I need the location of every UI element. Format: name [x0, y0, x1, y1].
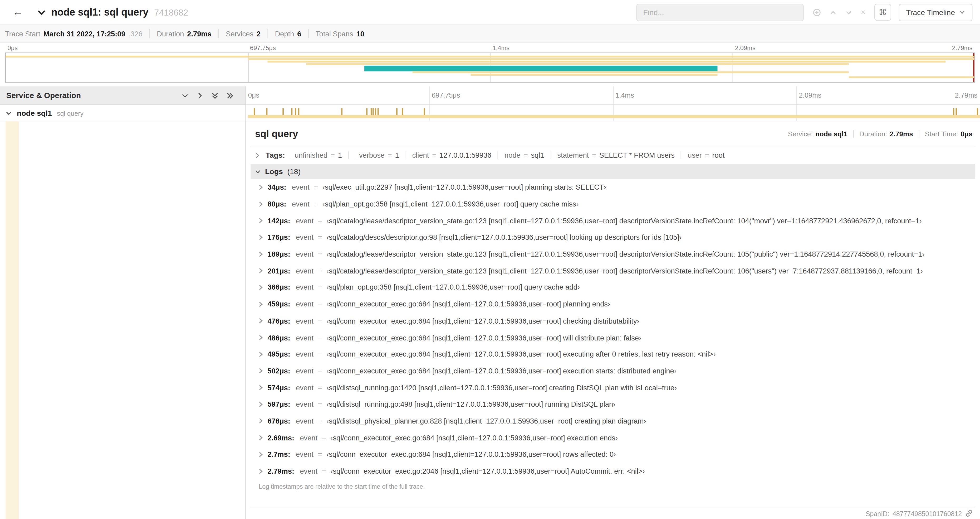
tag-item: user = root: [688, 152, 731, 159]
summary-value: March 31 2022, 17:25:09: [43, 30, 126, 37]
log-event-key: event: [300, 467, 317, 475]
log-event-key: event: [296, 217, 313, 224]
log-row[interactable]: 678μs: event = ‹sql/distsql_physical_pla…: [251, 413, 975, 430]
log-event-key: event: [296, 267, 313, 274]
chevron-right-icon: [259, 385, 263, 390]
expand-all-button[interactable]: [226, 92, 234, 99]
minimap-span-bar: [6, 55, 974, 57]
meta-service-value: node sql1: [815, 130, 848, 137]
prev-match-button[interactable]: [830, 8, 837, 16]
tag-item: statement = SELECT * FROM users: [557, 152, 681, 159]
log-row[interactable]: 201μs: event = ‹sql/catalog/lease/descri…: [251, 262, 975, 279]
span-id-label: SpanID:: [865, 509, 889, 517]
span-duration-bar[interactable]: [248, 115, 980, 118]
equals-sign: =: [318, 451, 322, 458]
span-detail-header: sql query Service: node sql1 Duration: 2…: [251, 121, 975, 146]
log-timestamp: 189μs:: [267, 250, 290, 258]
log-event-key: event: [296, 300, 313, 308]
chevron-right-icon: [259, 402, 263, 407]
span-bar-track[interactable]: [245, 105, 980, 121]
log-tick-marker: [423, 108, 425, 115]
log-row[interactable]: 2.7ms: event = ‹sql/conn_executor_exec.g…: [251, 446, 975, 463]
span-row-label[interactable]: node sql1 sql query: [0, 105, 245, 121]
gridline: [429, 105, 430, 121]
log-timestamp: 34μs:: [267, 184, 286, 191]
chevron-right-icon: [259, 284, 263, 290]
log-timestamp: 2.79ms:: [267, 467, 294, 475]
keyboard-shortcuts-button[interactable]: ⌘: [874, 4, 891, 21]
log-row[interactable]: 366μs: event = ‹sql/plan_opt.go:358 [nsq…: [251, 279, 975, 295]
minimap-left-handle[interactable]: [6, 53, 6, 82]
log-row[interactable]: 80μs: event = ‹sql/plan_opt.go:358 [nsql…: [251, 196, 975, 212]
focus-match-button[interactable]: [813, 8, 821, 17]
log-event-text: ‹sql/plan_opt.go:358 [nsql1,client=127.0…: [323, 200, 579, 208]
log-event-key: event: [296, 284, 313, 291]
meta-start-label: Start Time:: [925, 130, 958, 137]
equals-sign: =: [318, 284, 322, 291]
log-row[interactable]: 486μs: event = ‹sql/conn_executor_exec.g…: [251, 329, 975, 346]
time-axis-label: 0μs: [248, 91, 259, 99]
chevron-right-icon: [259, 418, 263, 424]
service-operation-title: Service & Operation: [6, 91, 81, 100]
summary-item: Trace Start March 31 2022, 17:25:09 .326: [0, 29, 150, 38]
equals-sign: =: [331, 152, 335, 159]
log-row[interactable]: 459μs: event = ‹sql/conn_executor_exec.g…: [251, 296, 975, 313]
log-tick-marker: [396, 108, 398, 115]
log-row[interactable]: 476μs: event = ‹sql/conn_executor_exec.g…: [251, 313, 975, 329]
tag-key: statement: [557, 152, 589, 159]
top-bar: ← node sql1: sql query 7418682: [0, 0, 980, 25]
expand-one-button[interactable]: [196, 92, 204, 99]
collapse-all-button[interactable]: [211, 92, 219, 99]
log-row[interactable]: 574μs: event = ‹sql/distsql_running.go:1…: [251, 379, 975, 396]
log-tick-marker: [298, 108, 299, 115]
log-row[interactable]: 2.79ms: event = ‹sql/conn_executor_exec.…: [251, 463, 975, 479]
log-event-text: ‹sql/distsql_running.go:498 [nsql1,clien…: [326, 401, 616, 408]
log-row[interactable]: 142μs: event = ‹sql/catalog/lease/descri…: [251, 212, 975, 229]
log-event-text: ‹sql/conn_executor_exec.go:684 [nsql1,cl…: [330, 434, 618, 441]
equals-sign: =: [318, 317, 322, 324]
gridline: [732, 53, 733, 82]
log-row[interactable]: 34μs: event = ‹sql/exec_util.go:2297 [ns…: [251, 179, 975, 196]
tag-key: client: [412, 152, 429, 159]
find-input[interactable]: [643, 8, 797, 17]
log-tick-marker: [377, 108, 379, 115]
log-tick-marker: [402, 108, 403, 115]
log-row[interactable]: 597μs: event = ‹sql/distsql_running.go:4…: [251, 396, 975, 413]
time-axis-label: 1.4ms: [616, 91, 634, 99]
gridline: [613, 86, 613, 104]
log-row[interactable]: 2.69ms: event = ‹sql/conn_executor_exec.…: [251, 430, 975, 446]
log-event-key: event: [296, 350, 313, 358]
chevron-down-icon[interactable]: [6, 110, 12, 116]
collapse-trace-caret[interactable]: [37, 8, 46, 16]
collapse-one-button[interactable]: [181, 92, 189, 99]
link-icon[interactable]: [965, 509, 973, 517]
back-button[interactable]: ←: [9, 5, 27, 20]
meta-duration: Duration: 2.79ms: [859, 130, 913, 137]
log-timestamp: 142μs:: [267, 217, 290, 224]
chevron-right-icon: [259, 251, 263, 257]
logs-section-header[interactable]: Logs (18): [251, 164, 975, 179]
summary-value: 2.79ms: [187, 30, 212, 37]
log-row[interactable]: 495μs: event = ‹sql/conn_executor_exec.g…: [251, 346, 975, 363]
chevron-down-icon: [181, 92, 189, 99]
summary-item: Duration 2.79ms: [150, 29, 219, 38]
next-match-button[interactable]: [845, 8, 853, 16]
span-id-value: 4877749850101760812: [892, 509, 962, 517]
meta-duration-value: 2.79ms: [889, 130, 913, 137]
summary-value: 2: [256, 30, 261, 37]
minimap-canvas[interactable]: [5, 53, 975, 83]
clear-search-button[interactable]: ×: [861, 7, 865, 17]
tags-row[interactable]: Tags: _unfinished = 1 _verbose = 1 clien…: [251, 146, 975, 164]
view-options-dropdown[interactable]: Trace Timeline: [899, 3, 973, 21]
time-axis-label: 2.09ms: [735, 44, 756, 51]
focus-icon: [813, 8, 821, 17]
logs-footnote: Log timestamps are relative to the start…: [251, 479, 975, 490]
minimap-span-bar: [364, 66, 718, 71]
log-row[interactable]: 502μs: event = ‹sql/conn_executor_exec.g…: [251, 363, 975, 379]
log-row[interactable]: 176μs: event = ‹sql/catalog/descs/descri…: [251, 229, 975, 246]
timeline-ruler[interactable]: 0μs697.75μs1.4ms2.09ms2.79ms: [245, 86, 980, 104]
log-row[interactable]: 189μs: event = ‹sql/catalog/lease/descri…: [251, 246, 975, 262]
trace-title: node sql1: sql query: [51, 6, 149, 18]
logs-count: (18): [287, 167, 301, 176]
equals-sign: =: [318, 384, 322, 391]
